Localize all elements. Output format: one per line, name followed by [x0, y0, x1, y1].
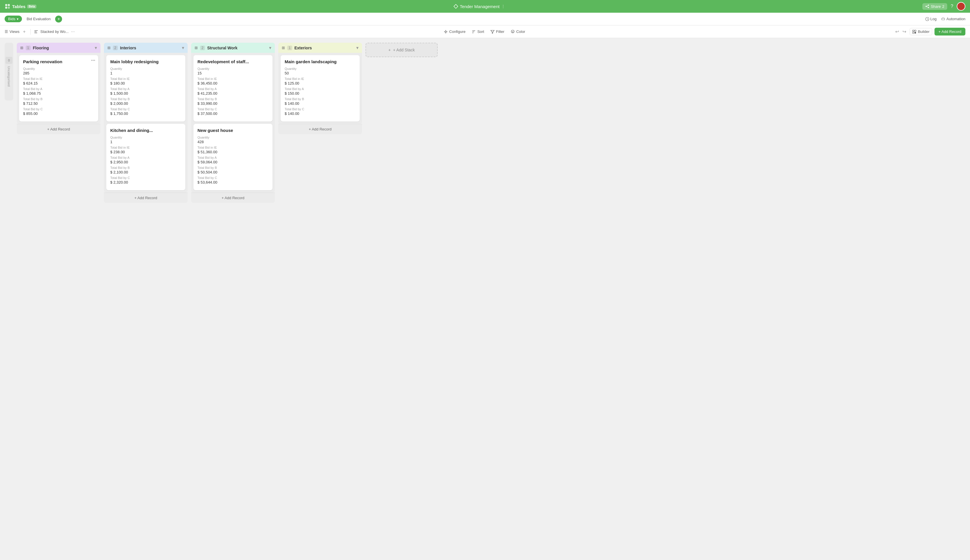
card-garden-bid-a: Total Bid by A $ 150.00: [285, 87, 356, 95]
card-lobby-bid-b: Total Bid by B $ 2,000.00: [110, 97, 181, 106]
field-label: Total Bid by C: [110, 176, 181, 180]
configure-label: Configure: [449, 30, 465, 34]
card-title-guest-house: New guest house: [197, 128, 268, 133]
add-record-structural[interactable]: + Add Record: [191, 193, 275, 203]
stack-exteriors-count: 1: [287, 46, 292, 50]
stack-exteriors: ⊞ 1 Exteriors ▾ Main garden landscaping …: [278, 43, 362, 134]
stack-structural-name: Structural Work: [207, 46, 267, 50]
sort-icon: [472, 30, 476, 34]
add-tab-button[interactable]: +: [55, 16, 62, 23]
field-value-bid-c: $ 855.00: [23, 112, 94, 116]
add-record-button[interactable]: + Add Record: [935, 28, 965, 35]
field-label: Total Bid by A: [110, 87, 181, 91]
add-record-flooring[interactable]: + Add Record: [17, 124, 100, 134]
filter-button[interactable]: Filter: [488, 28, 507, 35]
field-value: $ 2,950.00: [110, 160, 181, 164]
share-button[interactable]: Share 2: [922, 3, 947, 10]
uncategorised-label: Uncategorised: [7, 66, 11, 87]
stack-structural-icon: ⊞: [195, 46, 198, 50]
view-type-icon: [34, 30, 38, 34]
add-record-exteriors[interactable]: + Add Record: [278, 124, 362, 134]
top-nav: Tables Beta Tender Management ⋮ Share 2 …: [0, 0, 970, 13]
field-value: 1: [110, 71, 181, 75]
stack-flooring-menu[interactable]: ▾: [95, 45, 97, 50]
card-menu-icon[interactable]: •••: [91, 58, 95, 63]
stack-structural: ⊞ 2 Structural Work ▾ Redevelopment of s…: [191, 43, 275, 203]
toolbar-right: ↩ ↪ Builder + Add Record: [894, 28, 965, 35]
log-button[interactable]: Log: [925, 17, 937, 21]
field-value: $ 238.00: [110, 150, 181, 154]
views-button[interactable]: ☰ Views: [5, 30, 19, 34]
add-record-interiors-label: + Add Record: [134, 196, 157, 200]
uncategorised-panel[interactable]: 0 Uncategorised: [5, 43, 13, 100]
field-value: $ 1,750.00: [110, 112, 181, 116]
log-label: Log: [930, 17, 937, 21]
field-label-bid-ie: Total Bid in IE: [23, 77, 94, 80]
toolbar-separator: [30, 29, 31, 35]
stack-interiors-menu[interactable]: ▾: [182, 45, 184, 50]
undo-button[interactable]: ↩: [894, 28, 900, 35]
app-title: Tender Management: [460, 4, 500, 9]
add-view-button[interactable]: +: [22, 28, 27, 35]
card-guest-bid-c: Total Bid by C $ 53,644.00: [197, 176, 268, 185]
svg-point-18: [445, 31, 447, 32]
card-field-bid-ie: Total Bid in IE $ 624.15: [23, 77, 94, 85]
color-icon: [511, 30, 515, 34]
share-count: 2: [942, 4, 944, 9]
bid-evaluation-tab[interactable]: Bid Evaluation: [24, 16, 53, 22]
configure-button[interactable]: Configure: [442, 28, 468, 35]
undo-redo-group: ↩ ↪: [894, 28, 907, 35]
card-title: Parking renovation: [23, 59, 94, 64]
nav-center: Tender Management ⋮: [453, 4, 505, 9]
field-label: Total Bid by A: [110, 156, 181, 159]
stack-interiors-header: ⊞ 2 Interiors ▾: [104, 43, 188, 53]
bids-tab[interactable]: Bids ▾: [5, 16, 22, 22]
color-button[interactable]: Color: [508, 28, 527, 35]
title-menu-icon[interactable]: ⋮: [501, 4, 505, 9]
board-area: 0 Uncategorised ⊞ 1 Flooring ▾ ••• Parki…: [0, 38, 970, 560]
automation-icon: [941, 17, 945, 21]
card-guest-quantity: Quantity 428: [197, 136, 268, 144]
field-label: Total Bid in IE: [110, 77, 181, 80]
nav-left: Tables Beta: [5, 3, 37, 9]
sort-button[interactable]: Sort: [469, 28, 487, 35]
card-lobby-bid-a: Total Bid by A $ 1,500.00: [110, 87, 181, 95]
field-label: Total Bid by B: [197, 166, 268, 170]
tab-bar: Bids ▾ Bid Evaluation + Log Automation: [0, 13, 970, 25]
stack-interiors-icon: ⊞: [107, 46, 110, 50]
card-title-lobby: Main lobby redesigning: [110, 59, 181, 64]
clock-icon: [925, 17, 929, 21]
field-label: Quantity: [197, 67, 268, 70]
avatar[interactable]: [957, 2, 965, 11]
filter-label: Filter: [496, 30, 504, 34]
card-redev-bid-c: Total Bid by C $ 37,500.00: [197, 107, 268, 116]
svg-line-7: [927, 5, 928, 6]
field-value: $ 37,500.00: [197, 112, 268, 116]
field-value-bid-ie: $ 624.15: [23, 81, 94, 85]
stack-flooring-icon: ⊞: [20, 46, 23, 50]
redo-button[interactable]: ↪: [901, 28, 907, 35]
sort-label: Sort: [477, 30, 484, 34]
field-value: $ 125.00: [285, 81, 356, 85]
stack-menu-icon[interactable]: ⋯: [71, 30, 75, 34]
automation-button[interactable]: Automation: [941, 17, 965, 21]
add-stack-button[interactable]: + + Add Stack: [365, 43, 438, 57]
field-value: $ 180.00: [110, 81, 181, 85]
svg-point-6: [928, 7, 929, 8]
field-label: Total Bid by C: [110, 107, 181, 111]
add-record-interiors[interactable]: + Add Record: [104, 193, 188, 203]
views-label: Views: [10, 30, 19, 34]
card-redev-quantity: Quantity 15: [197, 67, 268, 75]
stack-exteriors-menu[interactable]: ▾: [356, 45, 358, 50]
help-icon[interactable]: ?: [951, 4, 953, 9]
stack-structural-count: 2: [200, 46, 205, 50]
builder-icon: [912, 30, 916, 34]
stack-exteriors-body: Main garden landscaping Quantity 50 Tota…: [278, 53, 362, 124]
card-redev-bid-ie: Total Bid in IE $ 36,450.00: [197, 77, 268, 85]
svg-rect-2: [5, 7, 7, 9]
field-label-quantity: Quantity: [23, 67, 94, 70]
builder-button[interactable]: Builder: [910, 28, 932, 35]
card-redev-bid-a: Total Bid by A $ 41,235.00: [197, 87, 268, 95]
field-label: Total Bid in IE: [110, 146, 181, 149]
stack-structural-menu[interactable]: ▾: [269, 45, 272, 50]
